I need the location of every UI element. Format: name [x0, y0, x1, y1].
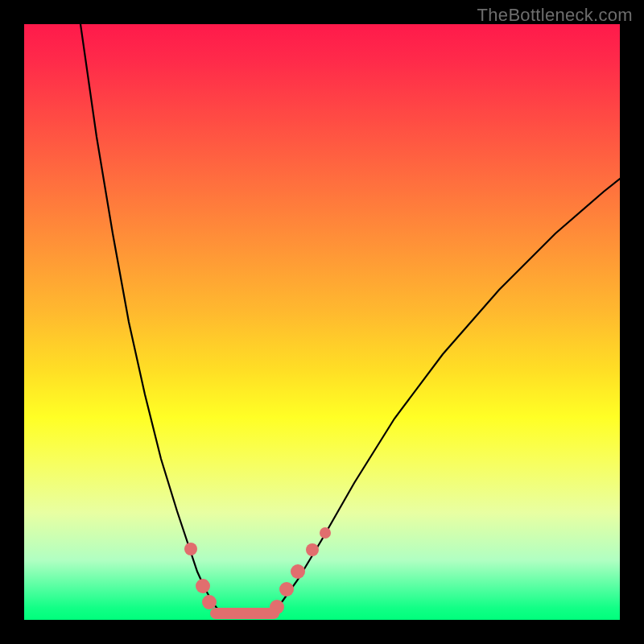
curve-marker-dot — [202, 595, 217, 609]
curve-marker-dot — [184, 543, 197, 555]
curve-marker-dot — [196, 579, 210, 593]
plot-area — [24, 24, 620, 620]
chart-frame: TheBottleneck.com — [0, 0, 644, 644]
curve-marker-dot — [279, 582, 294, 597]
curve-marker-dot — [320, 527, 331, 539]
bottleneck-curve-left — [80, 24, 221, 613]
bottleneck-curve-right — [270, 179, 620, 613]
watermark-text: TheBottleneck.com — [477, 5, 633, 26]
curve-layer — [24, 24, 620, 620]
curve-markers — [184, 527, 331, 614]
curve-marker-dot — [306, 543, 319, 556]
curve-marker-dot — [291, 564, 305, 579]
